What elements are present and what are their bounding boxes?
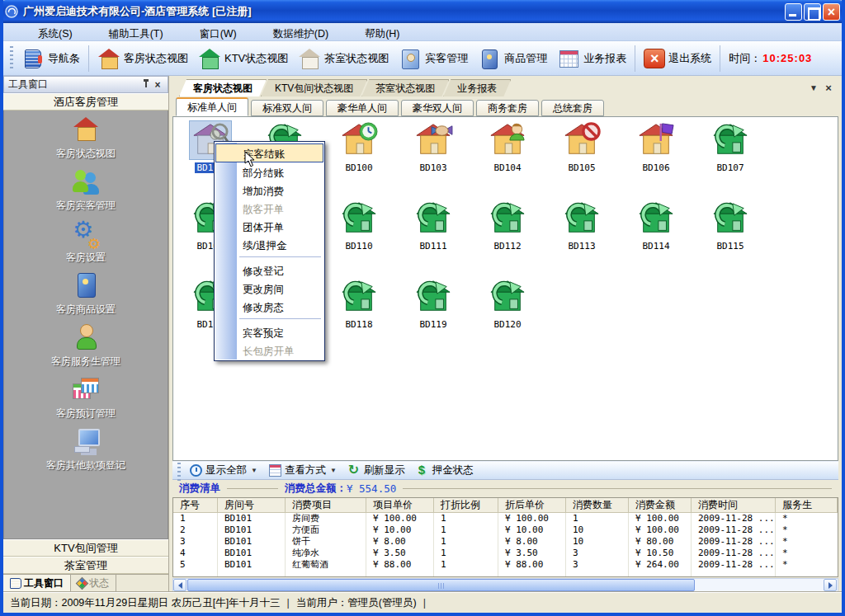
room-label: BD119	[418, 319, 448, 330]
tab-tearoom-status-view[interactable]: 茶室状态视图	[361, 79, 449, 96]
sidebar-tab-tool-window[interactable]: 工具窗口	[3, 575, 71, 592]
sidebar-item[interactable]: 客房服务生管理	[4, 323, 168, 375]
view-mode-button[interactable]: 查看方式 ▼	[263, 463, 342, 477]
room-cell[interactable]: BD118	[322, 276, 396, 355]
table-row[interactable]: 1 BD101 房间费 ¥ 100.00 1 ¥ 100.00 1 ¥ 100.…	[173, 513, 838, 524]
column-header[interactable]: 打折比例	[434, 498, 498, 512]
table-row[interactable]: 3 BD101 饼干 ¥ 8.00 1 ¥ 8.00 10 ¥ 80.00 20…	[173, 536, 838, 548]
table-row[interactable]: 2 BD101 方便面 ¥ 10.00 1 ¥ 10.00 10 ¥ 100.0…	[173, 524, 838, 536]
toolbar-button-room-status[interactable]: 客房状态视图	[92, 45, 193, 72]
room-cell[interactable]: BD104	[470, 120, 545, 198]
context-menu-item[interactable]: 更改房间	[215, 279, 324, 297]
toolbar-grip[interactable]	[10, 46, 13, 71]
context-menu-item[interactable]: 修改登记	[215, 261, 324, 279]
context-menu-item[interactable]: 续/退押金	[215, 235, 324, 253]
toolbar-button-guest-mgmt[interactable]: 宾客管理	[394, 45, 473, 72]
menu-bar-item[interactable]: 帮助(H)	[337, 23, 408, 41]
context-menu-item[interactable]: 散客开单	[215, 199, 324, 217]
sidebar-item[interactable]: 客房设置	[4, 219, 168, 271]
column-header[interactable]: 服务生	[776, 498, 838, 512]
tab-deluxe-double[interactable]: 豪华双人间	[401, 100, 474, 116]
tab-business-suite[interactable]: 商务套房	[476, 100, 539, 116]
sidebar-item-icon	[71, 375, 101, 405]
toolbar-grip[interactable]	[177, 458, 181, 483]
table-row[interactable]: 4 BD101 纯净水 ¥ 3.50 1 ¥ 3.50 3 ¥ 10.50 20…	[173, 548, 838, 559]
room-cell[interactable]: BD120	[470, 276, 545, 355]
column-header[interactable]: 消费数量	[566, 498, 629, 512]
room-cell[interactable]: BD111	[396, 198, 470, 276]
context-menu-item[interactable]: 团体开单	[215, 217, 324, 235]
context-menu-item[interactable]: 部分结账	[215, 162, 324, 181]
sidebar-item[interactable]: 客房状态视图	[4, 115, 168, 167]
tab-deluxe-single[interactable]: 豪华单人间	[326, 100, 399, 116]
menu-bar-item[interactable]: 系统(S)	[10, 23, 81, 41]
group-header-hotel-rooms[interactable]: 酒店客房管理	[3, 93, 168, 111]
context-menu-item[interactable]: 修改房态	[215, 297, 324, 315]
tab-close-icon[interactable]: ×	[822, 82, 835, 95]
column-header[interactable]: 消费时间	[692, 498, 776, 512]
room-cell[interactable]: BD110	[322, 198, 396, 276]
group-header-ktv[interactable]: KTV包间管理	[3, 539, 168, 557]
tab-list-dropdown-icon[interactable]: ▼	[807, 82, 820, 95]
tab-standard-single[interactable]: 标准单人间	[176, 97, 248, 116]
scrollbar-thumb[interactable]	[187, 579, 695, 591]
menu-bar-item[interactable]: 数据维护(D)	[245, 23, 337, 41]
room-cell[interactable]: BD105	[545, 120, 619, 198]
sidebar-item[interactable]: 客房预订管理	[4, 375, 168, 427]
context-menu-item[interactable]: 宾客预定	[215, 322, 324, 341]
column-header[interactable]: 消费项目	[286, 498, 366, 512]
tab-presidential-suite[interactable]: 总统套房	[541, 100, 604, 116]
toolbar-button-tearoom-status[interactable]: 茶室状态视图	[293, 45, 394, 72]
minimize-button[interactable]	[785, 3, 802, 21]
column-header[interactable]: 序号	[173, 498, 218, 512]
context-menu-item[interactable]: 增加消费	[215, 181, 324, 199]
tab-business-reports[interactable]: 业务报表	[443, 79, 511, 96]
tab-standard-double[interactable]: 标准双人间	[251, 100, 323, 116]
room-cell[interactable]: BD114	[619, 198, 693, 276]
column-header[interactable]: 项目单价	[366, 498, 434, 512]
column-header[interactable]: 房间号	[218, 498, 286, 512]
room-cell[interactable]: BD103	[396, 120, 470, 198]
room-label: BD106	[640, 162, 671, 173]
tab-room-status-view[interactable]: 客房状态视图	[179, 79, 267, 96]
table-row[interactable]: 5 BD101 红葡萄酒 ¥ 88.00 1 ¥ 88.00 3 ¥ 264.0…	[173, 559, 838, 571]
room-cell[interactable]: BD107	[693, 120, 767, 198]
context-menu-item[interactable]: 宾客结账	[215, 143, 323, 162]
room-cell[interactable]: BD113	[545, 198, 619, 276]
tab-ktv-status-view[interactable]: KTV包间状态视图	[261, 79, 367, 96]
close-button[interactable]	[823, 3, 840, 21]
room-cell[interactable]: BD119	[396, 276, 470, 355]
room-status-icon	[413, 121, 454, 159]
context-menu-item[interactable]	[215, 315, 324, 322]
menu-bar-item[interactable]: 辅助工具(T)	[81, 23, 172, 41]
room-cell[interactable]: BD106	[619, 120, 693, 198]
sidebar-tab-status[interactable]: 状态	[71, 575, 116, 592]
context-menu-item[interactable]: 长包房开单	[215, 341, 324, 359]
show-all-button[interactable]: 显示全部 ▼	[184, 463, 263, 477]
refresh-button[interactable]: 刷新显示	[342, 463, 411, 477]
tool-window-sidebar: 工具窗口 × 酒店客房管理 客房状态视图 客房宾客管理	[3, 76, 169, 592]
room-cell[interactable]: BD100	[322, 120, 396, 198]
green-house-icon	[198, 48, 221, 69]
deposit-status-button[interactable]: 押金状态	[411, 463, 479, 477]
toolbar-button-exit[interactable]: 退出系统	[639, 46, 716, 71]
room-cell[interactable]: BD112	[470, 198, 545, 276]
maximize-button[interactable]	[804, 3, 821, 21]
panel-close-icon[interactable]: ×	[152, 79, 163, 91]
context-menu-item[interactable]	[215, 253, 324, 261]
toolbar-button-goods-mgmt[interactable]: 商品管理	[473, 45, 552, 72]
room-cell[interactable]: BD115	[693, 198, 767, 276]
toolbar-button-reports[interactable]: 业务报表	[552, 45, 631, 72]
sidebar-item[interactable]: 客房宾客管理	[4, 167, 168, 219]
column-header[interactable]: 折后单价	[498, 498, 566, 512]
toolbar-button-ktv-status[interactable]: KTV状态视图	[193, 45, 293, 72]
sidebar-item[interactable]: 客房商品设置	[4, 271, 168, 323]
scroll-left-arrow[interactable]	[173, 579, 186, 591]
menu-bar-item[interactable]: 窗口(W)	[172, 23, 245, 41]
toolbar-button-navbar[interactable]: 导航条	[17, 45, 85, 72]
pin-icon[interactable]	[140, 78, 152, 91]
column-header[interactable]: 消费金额	[629, 498, 692, 512]
scroll-right-arrow[interactable]	[824, 579, 837, 591]
group-header-tearoom[interactable]: 茶室管理	[3, 557, 168, 574]
sidebar-item[interactable]: 客房其他款项登记	[4, 427, 168, 479]
